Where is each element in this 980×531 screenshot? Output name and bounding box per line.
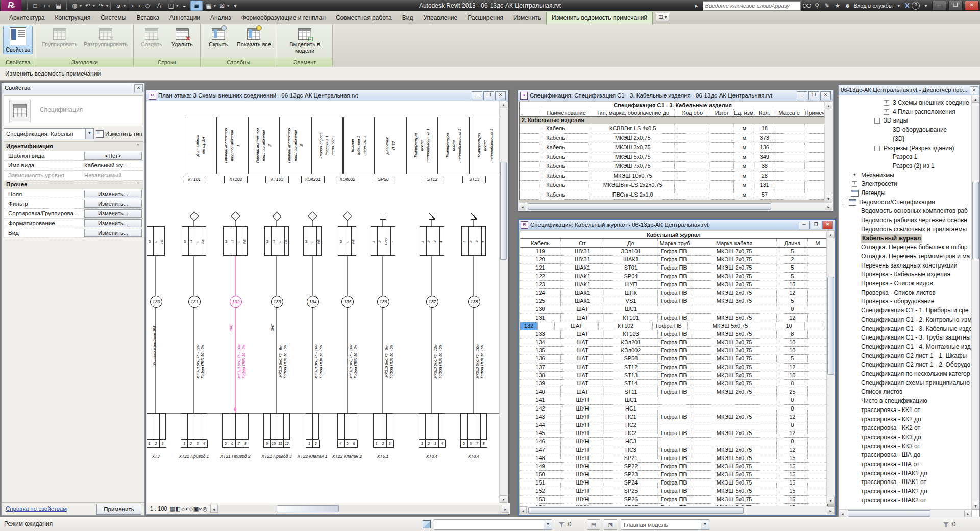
browser-horizontal-scrollbar[interactable]: ◄ ► bbox=[839, 509, 972, 517]
tag-icon[interactable]: ◇ bbox=[142, 1, 153, 10]
journal-table-row[interactable]: 140ШАТST11Гофра ПВМКЭШ 2х0,7525 bbox=[520, 388, 827, 396]
switch-windows-icon[interactable]: ▦ bbox=[203, 1, 214, 10]
spec-table-row[interactable]: КабельМКЭШ 3х0,75м136 bbox=[520, 143, 826, 153]
journal-table-row[interactable]: 124ШАК1ШНКГофра ПВМКЭШ 2х0,7512 bbox=[520, 289, 827, 297]
view-control-icon-5[interactable]: ◇ bbox=[189, 505, 193, 512]
close-icon[interactable]: ✕ bbox=[820, 91, 831, 100]
design-options-icon[interactable] bbox=[423, 520, 431, 528]
chevron-down-icon[interactable]: ▾ bbox=[227, 4, 229, 8]
cable-reference-bubble[interactable]: 132 bbox=[230, 296, 242, 308]
worksets-button[interactable]: ▤ bbox=[587, 519, 600, 530]
spec-column-header[interactable]: . bbox=[520, 109, 542, 116]
spec-table[interactable]: Спецификация С1 - 3. Кабельные изделия.Н… bbox=[519, 102, 826, 200]
properties-header[interactable]: Свойства bbox=[2, 83, 144, 93]
ribbon-tab-11[interactable]: Расширения bbox=[462, 12, 508, 24]
view-control-icon-7[interactable]: ∞ bbox=[199, 505, 203, 512]
restore-icon[interactable]: ❐ bbox=[483, 91, 494, 100]
property-edit-button[interactable]: Изменить... bbox=[84, 229, 142, 237]
chevron-down-icon[interactable]: ▼ bbox=[701, 520, 709, 529]
journal-window-titlebar[interactable]: R Спецификация: Кабельный журнал - 06-13… bbox=[519, 220, 835, 230]
spec-column-header[interactable]: Примеча bbox=[805, 109, 826, 116]
chevron-down-icon[interactable]: ▾ bbox=[80, 4, 82, 8]
journal-table-row[interactable]: 119ШУЗ1ЗЭл101Гофра ПВМКЭШ 7х0,755 bbox=[520, 248, 827, 256]
properties-close-icon[interactable]: ✕ bbox=[134, 84, 143, 92]
chevron-down-icon[interactable]: ▾ bbox=[214, 4, 216, 8]
удалить-button[interactable]: ✕Удалить bbox=[167, 26, 197, 49]
ribbon-tab-context[interactable]: Изменить ведомость примечаний bbox=[546, 12, 653, 24]
text-icon[interactable]: A bbox=[154, 1, 165, 10]
chevron-down-icon[interactable]: ▾ bbox=[176, 4, 178, 8]
subscription-icon[interactable]: ⚲ bbox=[813, 2, 821, 9]
journal-table-row[interactable]: 148ШУНSP21Гофра ПВМКЭШ 5х0,7515 bbox=[520, 454, 827, 463]
journal-table-row[interactable]: 139ШАТST14Гофра ПВМКЭШ 5х0,758 bbox=[520, 380, 827, 388]
скрыть-button[interactable]: Скрыть bbox=[204, 26, 233, 49]
cable-reference-bubble[interactable]: 133 bbox=[271, 296, 283, 308]
collapse-icon[interactable]: - bbox=[874, 146, 880, 151]
показать-все-button[interactable]: Показать все bbox=[234, 26, 274, 49]
close-icon[interactable]: ✕ bbox=[495, 91, 506, 100]
ribbon-tab-7[interactable]: Формообразующие и генплан bbox=[236, 12, 331, 24]
plan-window-titlebar[interactable]: R План этажа: 3 Схемы внешних соединений… bbox=[146, 90, 508, 101]
drawing-canvas[interactable]: Доп. кабельот щ. ЗНГорячий коллектортепл… bbox=[147, 101, 500, 503]
view-control-icon-3[interactable]: ☼ bbox=[180, 505, 185, 512]
minimize-icon[interactable]: ─ bbox=[797, 91, 807, 100]
ribbon-tab-3[interactable]: Системы bbox=[95, 12, 131, 24]
property-edit-button[interactable]: Изменить... bbox=[84, 190, 142, 198]
design-options-combo[interactable]: ▼ bbox=[434, 519, 552, 530]
aligned-dimension-icon[interactable]: ⟷ bbox=[130, 1, 141, 10]
new-file-icon[interactable]: □ bbox=[30, 1, 41, 10]
expand-icon[interactable]: + bbox=[852, 173, 857, 178]
journal-table-row[interactable]: 147ШУННС3Гофра ПВМКЭШ 2х0,7512 bbox=[520, 446, 827, 454]
property-value[interactable]: Кабельный жу... bbox=[83, 161, 143, 170]
journal-table-row[interactable]: 138ШАТST13Гофра ПВМКЭШ 5х0,7510 bbox=[520, 372, 827, 380]
edit-type-button[interactable]: Изменить тип bbox=[96, 130, 142, 138]
ribbon-tab-4[interactable]: Вставка bbox=[131, 12, 164, 24]
cable-reference-bubble[interactable]: 134 bbox=[307, 296, 319, 308]
cable-reference-bubble[interactable]: 138 bbox=[468, 296, 480, 308]
property-edit-button[interactable]: Изменить... bbox=[84, 219, 142, 227]
thin-lines-icon[interactable]: ≣ bbox=[190, 1, 203, 11]
exchange-apps-icon[interactable]: X bbox=[905, 2, 910, 10]
journal-column-header[interactable]: До bbox=[604, 239, 658, 247]
expand-icon[interactable]: + bbox=[884, 100, 889, 106]
apply-button[interactable]: Применить bbox=[96, 504, 141, 515]
redo-icon[interactable]: ↷ bbox=[95, 1, 107, 10]
journal-table-row[interactable]: 142ШУННС10 bbox=[520, 405, 827, 413]
undo-icon[interactable]: ↶ bbox=[82, 1, 93, 10]
cable-reference-bubble[interactable]: 137 bbox=[426, 296, 438, 308]
properties-help-link[interactable]: Справка по свойствам bbox=[6, 505, 67, 512]
spec-column-header[interactable]: Код обо bbox=[675, 109, 710, 116]
revit-logo[interactable]: R▾ bbox=[1, 0, 21, 11]
journal-table-row[interactable]: 122ШАК1SP04Гофра ПВМКЭШ 2х0,755 bbox=[520, 273, 827, 281]
spec-table-row[interactable]: КабельКСВВГнг-LS 4х0,5м18 bbox=[520, 124, 826, 134]
spec-column-header[interactable]: Кол. bbox=[755, 109, 774, 116]
minimize-button[interactable]: ─ bbox=[932, 1, 946, 11]
restore-icon[interactable]: ❐ bbox=[811, 221, 821, 229]
chevron-down-icon[interactable]: ▼ bbox=[85, 129, 93, 139]
spec-horizontal-scrollbar[interactable]: ◄ ► bbox=[519, 202, 832, 210]
search-icon[interactable] bbox=[803, 2, 811, 9]
ribbon-tab-5[interactable]: Аннотации bbox=[164, 12, 205, 24]
ribbon-tab-9[interactable]: Вид bbox=[397, 12, 419, 24]
type-selector-combo[interactable]: Спецификация: Кабельн▼ bbox=[4, 128, 94, 139]
journal-table-row[interactable]: 145ШУННС2Гофра ПВМКЭШ 2х0,7512 bbox=[520, 429, 827, 438]
browser-vertical-scrollbar[interactable]: ▲ ▼ bbox=[971, 95, 979, 510]
ribbon-tab-6[interactable]: Анализ bbox=[205, 12, 236, 24]
chevron-down-icon[interactable]: ▾ bbox=[93, 4, 95, 8]
property-section-header[interactable]: Прочее⌃ bbox=[4, 180, 143, 189]
modify-dropdown-icon[interactable]: ⊡ ▾ bbox=[656, 13, 669, 21]
minimize-icon[interactable]: ─ bbox=[799, 221, 810, 229]
close-icon[interactable]: ✕ bbox=[970, 86, 978, 94]
journal-table-row[interactable]: 134ШАТКЭл201Гофра ПВМКЭШ 3х0,7510 bbox=[520, 339, 827, 347]
journal-table-row[interactable]: 141ШУНШС10 bbox=[520, 396, 827, 404]
journal-column-header[interactable]: Длина bbox=[777, 239, 808, 247]
spec-table-row[interactable]: КабельМКЭШ 10х0,75м28 bbox=[520, 172, 826, 181]
spec-vertical-scrollbar[interactable]: ▲ ▼ bbox=[824, 102, 832, 202]
journal-table-row[interactable]: 152ШУНSP25Гофра ПВМКЭШ 5х0,7515 bbox=[520, 487, 827, 495]
close-icon[interactable]: ✕ bbox=[822, 221, 833, 229]
journal-table-row[interactable]: 144ШУННС20 bbox=[520, 421, 827, 429]
expand-icon[interactable]: + bbox=[852, 181, 857, 187]
journal-table-row[interactable]: 130ШАТШС10 bbox=[520, 305, 827, 313]
cable-reference-bubble[interactable]: 135 bbox=[341, 296, 354, 308]
journal-table-row[interactable]: 146ШУННС30 bbox=[520, 438, 827, 446]
